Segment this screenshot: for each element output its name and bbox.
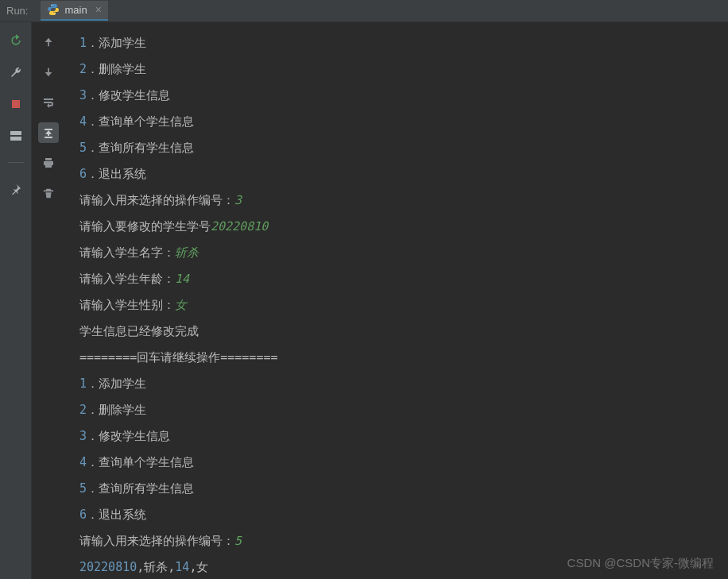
line: 3．修改学生信息 [79,429,170,443]
line: 请输入用来选择的操作编号：5 [79,534,242,548]
pin-icon[interactable] [7,180,25,198]
rerun-icon[interactable] [7,32,25,49]
run-label: Run: [6,5,28,17]
print-icon[interactable] [38,152,59,173]
main-area: 1．添加学生 2．删除学生 3．修改学生信息 4．查询单个学生信息 5．查询所有… [0,22,728,579]
line: 2．删除学生 [79,403,146,417]
arrow-down-icon[interactable] [38,62,59,83]
line: 请输入要修改的学生学号20220810 [79,219,268,234]
line: 4．查询单个学生信息 [79,114,194,129]
run-header: Run: main × [0,0,728,22]
trash-icon[interactable] [38,183,59,203]
line: 学生信息已经修改完成 [79,324,199,338]
line: 4．查询单个学生信息 [79,455,194,469]
tab-close-icon[interactable]: × [95,3,102,16]
secondary-toolbar [32,22,65,579]
divider [8,162,24,163]
scroll-to-end-icon[interactable] [38,122,59,143]
python-icon [47,3,60,16]
line: 6．退出系统 [79,167,146,181]
tab-name: main [64,4,87,16]
layout-icon[interactable] [7,127,25,145]
line: 请输入学生名字：斩杀 [79,245,199,260]
line: 1．添加学生 [79,376,146,391]
line: 请输入用来选择的操作编号：3 [79,193,242,207]
line: 请输入学生年龄：14 [79,272,189,286]
line: 5．查询所有学生信息 [79,141,194,155]
svg-point-0 [52,5,52,6]
line: 5．查询所有学生信息 [79,481,194,496]
arrow-up-icon[interactable] [38,32,59,52]
left-toolbar [0,22,32,579]
line: 2．删除学生 [79,62,146,76]
line: 请输入学生性别：女 [79,298,187,312]
stop-icon[interactable] [7,95,25,113]
line: 6．退出系统 [79,508,146,522]
console-output[interactable]: 1．添加学生 2．删除学生 3．修改学生信息 4．查询单个学生信息 5．查询所有… [65,22,728,579]
line: 20220810,斩杀,14,女 [79,560,208,574]
line: 1．添加学生 [79,36,146,50]
svg-point-1 [55,14,56,14]
line: ========回车请继续操作======== [79,350,278,365]
run-tab[interactable]: main × [41,1,107,21]
line: 3．修改学生信息 [79,88,170,102]
wrap-icon[interactable] [38,92,59,113]
wrench-icon[interactable] [7,64,25,81]
